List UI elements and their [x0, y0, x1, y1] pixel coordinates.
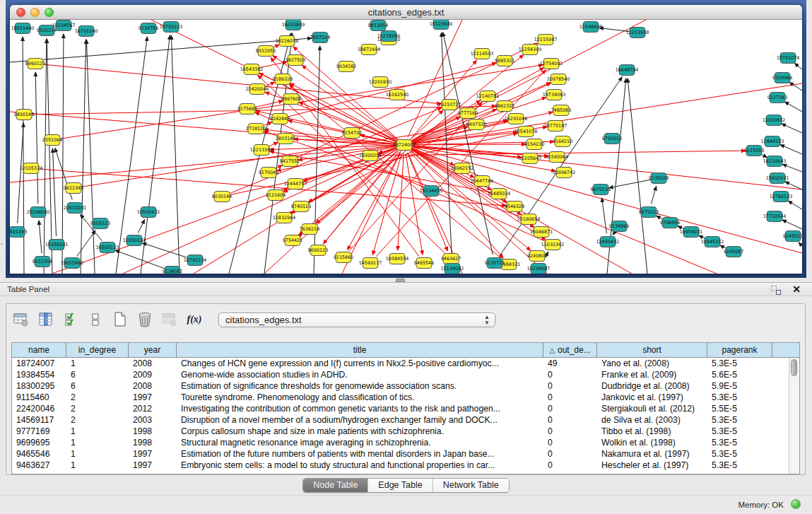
network-node[interactable]: 15358201 — [45, 240, 69, 250]
network-node[interactable]: 16033809 — [282, 20, 305, 30]
network-node[interactable]: 8690123 — [308, 245, 328, 256]
table-cell[interactable]: 22420046 — [12, 403, 66, 414]
table-settings-icon[interactable] — [12, 310, 30, 329]
network-node[interactable]: 8030144 — [212, 192, 232, 202]
table-row[interactable]: 946362711997Embryonic stem cells: a mode… — [12, 460, 799, 471]
table-cell[interactable]: Yano et al. (2008) — [597, 358, 707, 369]
table-cell[interactable]: Corpus callosum shape and size in male p… — [177, 426, 543, 437]
network-node[interactable]: 9546328 — [505, 201, 524, 212]
network-node[interactable]: 8186328 — [273, 74, 293, 85]
table-cell[interactable]: 5.5E-5 — [707, 403, 772, 414]
network-node[interactable]: 7485083 — [551, 105, 571, 116]
citation-edge-red[interactable] — [273, 45, 279, 47]
network-node[interactable]: 10750123 — [160, 22, 183, 33]
network-node[interactable]: 18511440 — [11, 23, 35, 34]
network-node[interactable]: 9505123 — [90, 218, 110, 229]
citation-edge-black[interactable] — [44, 39, 47, 274]
network-node[interactable]: 9890145 — [14, 110, 34, 120]
network-node[interactable]: 8679123 — [639, 207, 659, 218]
network-node[interactable]: 10234987 — [527, 264, 551, 274]
network-node[interactable]: 8679135 — [591, 185, 611, 195]
table-cell[interactable]: 2012 — [129, 403, 177, 414]
table-row[interactable]: 1872400712008Changes of HCN gene express… — [12, 358, 799, 369]
citation-edge-black[interactable] — [602, 198, 607, 233]
network-node[interactable]: 9242848 — [270, 114, 290, 124]
table-cell[interactable]: 5.6E-5 — [707, 369, 772, 380]
network-node[interactable]: 11548408 — [579, 22, 603, 33]
network-node[interactable]: 19015462 — [61, 258, 84, 269]
network-node[interactable]: 6497320 — [466, 119, 486, 130]
citation-edge-black[interactable] — [788, 201, 802, 209]
citation-edge-black[interactable] — [171, 35, 180, 274]
table-cell[interactable]: Disruption of a novel member of a sodium… — [177, 414, 543, 426]
network-node[interactable]: 9164210 — [553, 136, 572, 147]
network-node[interactable]: 9121604 — [266, 190, 286, 201]
table-cell[interactable]: Stergiakouli et al. (2012) — [597, 403, 707, 414]
network-node[interactable]: 7857224 — [310, 33, 330, 43]
table-cell[interactable]: 9465546 — [12, 448, 66, 460]
table-cell[interactable]: de Silva et al. (2003) — [597, 414, 707, 426]
citation-edge-red[interactable] — [349, 103, 482, 251]
network-node[interactable]: 19734083 — [543, 90, 566, 100]
table-cell[interactable]: Dudbridge et al. (2008) — [597, 380, 707, 392]
network-node[interactable]: 15485024 — [488, 189, 511, 199]
network-node[interactable]: 9134082 — [163, 267, 182, 274]
citation-edge-black[interactable] — [62, 34, 64, 274]
table-cell[interactable]: 1997 — [129, 460, 177, 471]
window-titlebar[interactable]: citations_edges.txt — [10, 5, 802, 20]
tab-edge-table[interactable]: Edge Table — [367, 479, 432, 492]
citation-edge-black[interactable] — [138, 220, 144, 233]
citation-edge-black[interactable] — [52, 148, 56, 236]
table-cell[interactable]: 0 — [543, 369, 597, 380]
citation-edge-red[interactable] — [398, 153, 404, 250]
table-row[interactable]: 1938455462009Genome-wide association stu… — [12, 369, 799, 380]
table-cell[interactable]: Genome-wide association studies in ADHD. — [177, 369, 543, 380]
new-document-icon[interactable] — [111, 310, 129, 329]
table-cell[interactable]: 0 — [543, 414, 597, 426]
network-node[interactable]: 15751074 — [777, 53, 800, 64]
network-node[interactable]: 2551064 — [42, 135, 62, 146]
citation-edge-black[interactable] — [613, 233, 614, 235]
citation-edge-black[interactable] — [35, 72, 38, 204]
table-row[interactable]: 977716911998Corpus callosum shape and si… — [12, 426, 799, 437]
table-cell[interactable]: Tourette syndrome. Phenomenology and cla… — [177, 392, 543, 403]
network-node[interactable]: 8912955 — [256, 46, 276, 57]
network-node[interactable]: 18300295 — [359, 151, 382, 161]
table-cell[interactable]: 9115460 — [12, 392, 66, 403]
network-node[interactable]: 22420046 — [246, 84, 269, 95]
select-all-icon[interactable] — [61, 310, 80, 329]
deselect-all-icon[interactable] — [86, 310, 105, 329]
network-node[interactable]: 9612345 — [64, 183, 83, 194]
table-cell[interactable]: 18724007 — [12, 358, 66, 369]
column-header-name[interactable]: name — [12, 343, 66, 357]
table-cell[interactable]: 5.3E-5 — [707, 460, 772, 471]
table-row[interactable]: 1456911722003Disruption of a novel membe… — [12, 414, 799, 426]
table-cell[interactable]: 2 — [66, 392, 129, 403]
citation-edge-black[interactable] — [141, 35, 170, 274]
citation-edge-black[interactable] — [77, 230, 95, 256]
network-node[interactable]: 9329966 — [772, 73, 792, 83]
network-canvas[interactable]: 1872400718226058891295598275031654338281… — [10, 20, 802, 274]
table-cell[interactable]: 6 — [66, 369, 129, 380]
panel-collapse-arrow-icon[interactable]: ‹ — [1, 240, 3, 247]
network-node[interactable]: 12760123 — [770, 192, 793, 202]
network-node[interactable]: 9175685 — [237, 104, 257, 115]
network-node[interactable]: 13201650 — [369, 77, 392, 88]
network-node[interactable]: 8215953 — [744, 146, 764, 156]
select-columns-icon[interactable] — [37, 310, 55, 329]
table-cell[interactable]: 18300295 — [12, 380, 66, 392]
table-row[interactable]: 2242004622012Investigating the contribut… — [12, 403, 799, 414]
network-node[interactable]: 9501234 — [37, 25, 57, 36]
network-node[interactable]: 6791913 — [602, 134, 622, 144]
table-cell[interactable]: 5.9E-5 — [707, 380, 772, 392]
network-node[interactable]: 9465546 — [414, 258, 434, 269]
network-node[interactable]: 16791240 — [75, 26, 98, 37]
table-cell[interactable]: 9463627 — [12, 460, 66, 471]
table-cell[interactable]: 9699695 — [12, 437, 66, 448]
table-row[interactable]: 1830029562008Estimation of significance … — [12, 380, 799, 392]
network-node[interactable]: 18775187 — [544, 121, 567, 132]
network-node[interactable]: 9249804 — [527, 251, 547, 262]
citation-edge-black[interactable] — [782, 124, 802, 133]
table-cell[interactable]: Changes of HCN gene expression and I(f) … — [177, 358, 543, 369]
memory-status-indicator[interactable] — [791, 499, 801, 509]
